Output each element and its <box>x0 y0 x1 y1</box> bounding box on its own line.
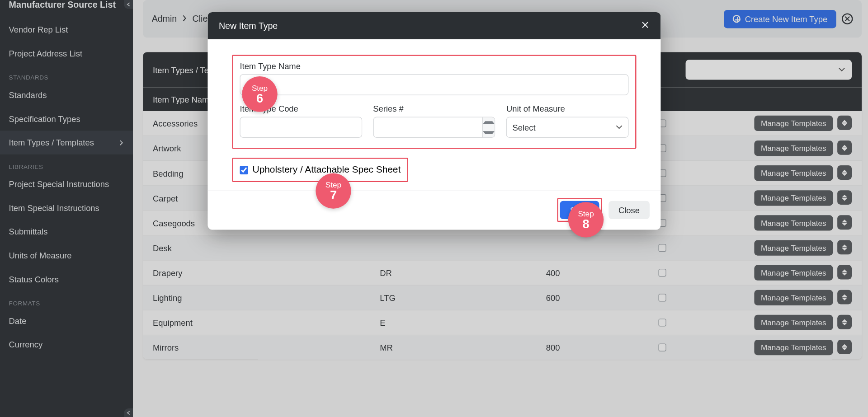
sort-handle[interactable] <box>837 165 852 180</box>
cell-actions: Manage Templates <box>698 165 852 181</box>
manage-templates-button[interactable]: Manage Templates <box>754 315 833 330</box>
sidebar-item-date[interactable]: Date <box>0 309 133 333</box>
create-new-item-type-button[interactable]: Create New Item Type <box>724 9 836 28</box>
sort-handle[interactable] <box>837 290 852 305</box>
label-item-type-name: Item Type Name <box>240 61 628 71</box>
sidebar: Manufacturer Source List Vendor Rep List… <box>0 0 133 417</box>
sidebar-item-label: Specification Types <box>9 114 80 123</box>
sort-handle[interactable] <box>837 141 852 155</box>
cell-actions: Manage Templates <box>698 190 852 206</box>
manage-templates-button[interactable]: Manage Templates <box>754 216 833 231</box>
chevron-up-icon[interactable] <box>483 117 495 127</box>
sidebar-item-item-special-instructions[interactable]: Item Special Instructions <box>0 196 133 220</box>
manage-templates-button[interactable]: Manage Templates <box>754 290 833 305</box>
spec-checkbox[interactable] <box>659 244 666 252</box>
cell-actions: Manage Templates <box>698 315 852 330</box>
input-item-type-code[interactable] <box>240 117 362 138</box>
cell-actions: Manage Templates <box>698 265 852 281</box>
cell-code: MR <box>380 343 546 352</box>
modal-close-button[interactable] <box>641 20 650 31</box>
sidebar-item-vendor-rep-list[interactable]: Vendor Rep List <box>0 18 133 42</box>
checkbox-label: Upholstery / Attachable Spec Sheet <box>253 164 401 176</box>
cell-actions: Manage Templates <box>698 116 852 131</box>
sidebar-item-label: Units of Measure <box>9 251 72 260</box>
cell-spec <box>626 244 698 252</box>
sort-handle[interactable] <box>837 315 852 329</box>
sidebar-collapse-bottom-icon[interactable] <box>124 408 133 417</box>
sidebar-item-spec-types[interactable]: Specification Types <box>0 107 133 131</box>
cell-name: Mirrors <box>153 343 380 352</box>
cell-code: DR <box>380 268 546 278</box>
cell-actions: Manage Templates <box>698 216 852 231</box>
annotation-step-number: 6 <box>256 93 263 105</box>
sidebar-item-item-types-templates[interactable]: Item Types / Templates <box>0 131 133 155</box>
sort-handle[interactable] <box>837 340 852 354</box>
cell-series: 800 <box>546 343 627 352</box>
series-stepper[interactable] <box>482 117 495 137</box>
annotation-step6-box: Item Type Name Item Type Code Series # <box>232 55 636 149</box>
sidebar-item-label: Currency <box>9 340 43 349</box>
cell-code: E <box>380 318 546 328</box>
cell-name: Lighting <box>153 293 380 303</box>
card-filter-select[interactable] <box>686 60 852 80</box>
button-label: Create New Item Type <box>745 14 827 23</box>
cell-name: Desk <box>153 243 380 253</box>
sort-handle[interactable] <box>837 265 852 280</box>
manage-templates-button[interactable]: Manage Templates <box>754 190 833 206</box>
table-row: LightingLTG600Manage Templates <box>143 286 862 310</box>
sidebar-item-label: Item Special Instructions <box>9 203 99 213</box>
sidebar-section-formats: FORMATS <box>0 291 133 309</box>
sidebar-item-project-special-instructions[interactable]: Project Special Instructions <box>0 172 133 196</box>
spec-checkbox[interactable] <box>659 294 666 301</box>
manage-templates-button[interactable]: Manage Templates <box>754 116 833 131</box>
sidebar-item-label: Project Address List <box>9 49 82 58</box>
manage-templates-button[interactable]: Manage Templates <box>754 240 833 256</box>
chevron-right-icon <box>182 14 187 24</box>
sidebar-collapse-top-icon[interactable] <box>124 0 133 9</box>
cell-actions: Manage Templates <box>698 340 852 355</box>
sidebar-item-status-colors[interactable]: Status Colors <box>0 267 133 291</box>
sidebar-item-units-of-measure[interactable]: Units of Measure <box>0 244 133 267</box>
sidebar-item-label: Project Special Instructions <box>9 179 109 189</box>
annotation-step7-badge: Step 7 <box>316 173 351 208</box>
input-series[interactable] <box>373 117 495 138</box>
sidebar-item-manufacturer-source-list[interactable]: Manufacturer Source List <box>0 0 133 18</box>
cell-spec <box>626 344 698 351</box>
manage-templates-button[interactable]: Manage Templates <box>754 141 833 156</box>
checkbox-upholstery-spec[interactable] <box>240 166 248 174</box>
spec-checkbox[interactable] <box>659 344 666 351</box>
new-item-type-modal: New Item Type Item Type Name Item Type C… <box>208 12 660 230</box>
sort-handle[interactable] <box>837 216 852 230</box>
cell-series: 600 <box>546 293 627 303</box>
manage-templates-button[interactable]: Manage Templates <box>754 165 833 181</box>
sidebar-item-project-address-list[interactable]: Project Address List <box>0 42 133 66</box>
spec-checkbox[interactable] <box>659 269 666 276</box>
breadcrumb-admin[interactable]: Admin <box>152 14 177 24</box>
close-icon <box>641 20 650 29</box>
manage-templates-button[interactable]: Manage Templates <box>754 340 833 355</box>
cell-spec <box>626 294 698 301</box>
table-row: EquipmentEManage Templates <box>143 310 862 335</box>
chevron-down-icon <box>616 125 623 130</box>
cell-spec <box>626 269 698 276</box>
select-uom[interactable]: Select <box>506 117 628 138</box>
select-placeholder: Select <box>513 122 536 132</box>
close-button[interactable]: Close <box>609 201 650 219</box>
plus-circle-icon <box>733 15 741 23</box>
manage-templates-button[interactable]: Manage Templates <box>754 265 833 281</box>
cell-actions: Manage Templates <box>698 141 852 156</box>
sidebar-section-standards: STANDARDS <box>0 66 133 83</box>
spec-checkbox[interactable] <box>659 319 666 327</box>
input-item-type-name[interactable] <box>240 74 628 95</box>
close-page-button[interactable] <box>842 13 853 24</box>
sidebar-item-submittals[interactable]: Submittals <box>0 220 133 244</box>
annotation-step6-badge: Step 6 <box>242 76 277 112</box>
cell-name: Equipment <box>153 318 380 328</box>
sort-handle[interactable] <box>837 240 852 255</box>
sidebar-item-currency[interactable]: Currency <box>0 333 133 356</box>
sidebar-item-standards[interactable]: Standards <box>0 83 133 107</box>
chevron-down-icon[interactable] <box>483 127 495 137</box>
sort-handle[interactable] <box>837 116 852 130</box>
sort-handle[interactable] <box>837 190 852 205</box>
table-row: DeskManage Templates <box>143 236 862 261</box>
